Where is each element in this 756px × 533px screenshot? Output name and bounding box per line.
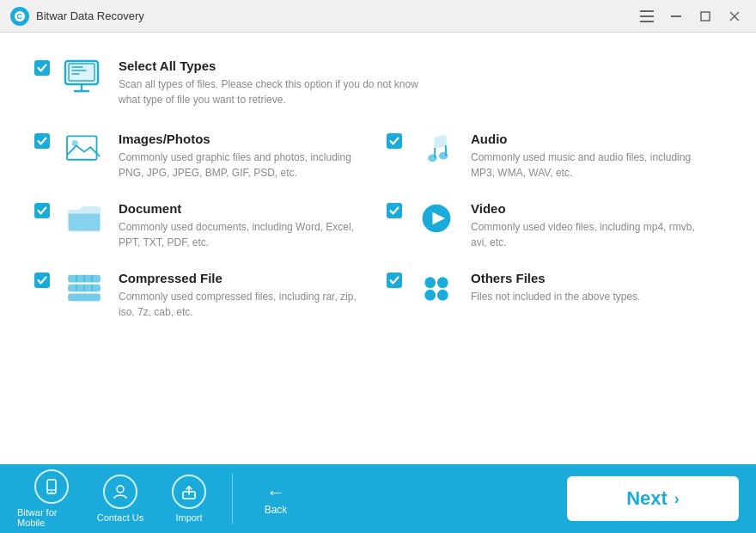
document-label: Document bbox=[119, 201, 359, 216]
svg-point-40 bbox=[51, 492, 52, 493]
select-all-text: Select All Types Scan all types of files… bbox=[119, 58, 428, 107]
audio-checkbox[interactable] bbox=[387, 133, 402, 149]
svg-text:C: C bbox=[17, 12, 23, 21]
document-text: Document Commonly used documents, includ… bbox=[119, 201, 359, 250]
select-all-row: Select All Types Scan all types of files… bbox=[34, 58, 722, 107]
main-content: Select All Types Scan all types of files… bbox=[0, 33, 756, 464]
document-checkbox[interactable] bbox=[34, 203, 50, 218]
type-item-video: Video Commonly used video files, includi… bbox=[387, 201, 722, 250]
images-text: Images/Photos Commonly used graphic file… bbox=[119, 132, 359, 181]
app-title: Bitwar Data Recovery bbox=[36, 9, 636, 22]
back-label: Back bbox=[265, 504, 288, 516]
video-checkbox[interactable] bbox=[387, 203, 402, 218]
mobile-button[interactable]: Bitwar for Mobile bbox=[17, 469, 86, 528]
compressed-icon bbox=[62, 271, 107, 305]
others-desc: Files not included in the above types. bbox=[471, 289, 640, 304]
images-checkbox[interactable] bbox=[34, 133, 50, 149]
video-label: Video bbox=[471, 201, 711, 216]
contact-button[interactable]: Contact Us bbox=[86, 469, 155, 528]
images-icon bbox=[62, 132, 107, 166]
compressed-checkbox[interactable] bbox=[34, 273, 50, 288]
contact-icon bbox=[103, 475, 137, 509]
type-item-audio: Audio Commonly used music and audio file… bbox=[387, 132, 722, 181]
next-label: Next bbox=[626, 487, 668, 510]
svg-rect-38 bbox=[47, 480, 56, 493]
audio-text: Audio Commonly used music and audio file… bbox=[471, 132, 711, 181]
minimize-button[interactable] bbox=[665, 8, 687, 25]
window-controls bbox=[636, 8, 746, 25]
audio-icon bbox=[414, 132, 459, 166]
compressed-desc: Commonly used compressed files, includin… bbox=[119, 289, 359, 320]
maximize-button[interactable] bbox=[694, 8, 716, 25]
compressed-text: Compressed File Commonly used compressed… bbox=[119, 271, 359, 320]
document-icon bbox=[62, 201, 107, 236]
footer-actions: Bitwar for Mobile Contact Us Import bbox=[17, 469, 223, 528]
images-label: Images/Photos bbox=[119, 132, 359, 146]
mobile-icon bbox=[34, 469, 69, 504]
others-checkbox[interactable] bbox=[387, 273, 402, 288]
svg-point-22 bbox=[440, 153, 448, 159]
svg-rect-2 bbox=[640, 10, 654, 12]
type-item-document: Document Commonly used documents, includ… bbox=[34, 201, 369, 250]
footer-divider bbox=[232, 473, 233, 524]
footer: Bitwar for Mobile Contact Us Import bbox=[0, 464, 756, 533]
svg-point-21 bbox=[429, 155, 436, 161]
import-icon bbox=[172, 475, 206, 509]
type-item-images: Images/Photos Commonly used graphic file… bbox=[34, 132, 369, 181]
import-label: Import bbox=[175, 512, 202, 523]
close-button[interactable] bbox=[723, 8, 746, 25]
others-text: Others Files Files not included in the a… bbox=[471, 271, 640, 304]
titlebar: C Bitwar Data Recovery bbox=[0, 0, 756, 33]
compressed-label: Compressed File bbox=[119, 271, 359, 285]
images-desc: Commonly used graphic files and photos, … bbox=[119, 150, 359, 181]
svg-rect-4 bbox=[640, 21, 654, 22]
audio-desc: Commonly used music and audio files, inc… bbox=[471, 150, 711, 181]
hamburger-button[interactable] bbox=[636, 8, 658, 25]
svg-rect-27 bbox=[69, 294, 100, 300]
video-icon bbox=[414, 201, 459, 236]
document-desc: Commonly used documents, including Word,… bbox=[119, 219, 359, 250]
type-item-others: Others Files Files not included in the a… bbox=[387, 271, 722, 320]
select-all-desc: Scan all types of files. Please check th… bbox=[119, 77, 428, 107]
back-arrow-icon: ← bbox=[266, 481, 285, 504]
next-button[interactable]: Next › bbox=[567, 476, 739, 521]
contact-label: Contact Us bbox=[97, 512, 143, 523]
back-button[interactable]: ← Back bbox=[250, 481, 302, 516]
svg-point-34 bbox=[424, 277, 436, 288]
svg-rect-6 bbox=[701, 12, 710, 21]
type-item-compressed: Compressed File Commonly used compressed… bbox=[34, 271, 369, 320]
app-logo: C bbox=[10, 7, 29, 26]
svg-rect-3 bbox=[640, 15, 654, 17]
others-icon bbox=[414, 271, 459, 305]
mobile-label: Bitwar for Mobile bbox=[17, 507, 86, 528]
select-all-title: Select All Types bbox=[119, 58, 428, 73]
svg-rect-5 bbox=[671, 15, 681, 17]
svg-point-37 bbox=[437, 290, 448, 301]
svg-point-35 bbox=[437, 277, 448, 288]
others-label: Others Files bbox=[471, 271, 640, 285]
audio-label: Audio bbox=[471, 132, 711, 146]
video-desc: Commonly used video files, including mp4… bbox=[471, 219, 711, 250]
import-button[interactable]: Import bbox=[155, 469, 223, 528]
svg-point-41 bbox=[117, 486, 124, 493]
select-all-checkbox[interactable] bbox=[34, 60, 50, 76]
next-chevron-icon: › bbox=[674, 490, 680, 508]
svg-point-36 bbox=[424, 290, 436, 301]
video-text: Video Commonly used video files, includi… bbox=[471, 201, 711, 250]
monitor-icon bbox=[62, 58, 107, 96]
file-types-grid: Images/Photos Commonly used graphic file… bbox=[34, 132, 722, 320]
svg-rect-10 bbox=[69, 64, 94, 81]
